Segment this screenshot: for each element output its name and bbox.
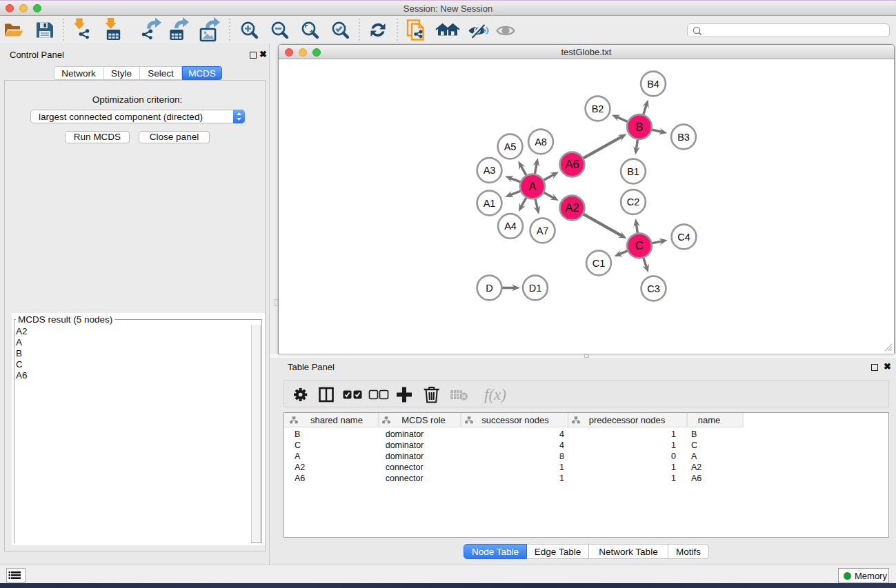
svg-text:0: 0 [671, 452, 676, 461]
svg-text:dominator: dominator [386, 440, 424, 450]
svg-text:4: 4 [559, 440, 564, 450]
svg-text:C1: C1 [593, 258, 606, 269]
svg-text:A6: A6 [565, 158, 579, 170]
svg-text:successor nodes: successor nodes [481, 415, 549, 425]
svg-text:B: B [635, 121, 643, 133]
svg-text:A2: A2 [565, 201, 579, 214]
svg-text:dominator: dominator [386, 452, 424, 461]
svg-text:dominator: dominator [386, 429, 424, 439]
svg-text:B4: B4 [647, 79, 659, 90]
svg-text:A2: A2 [295, 463, 305, 472]
svg-text:A: A [528, 180, 536, 192]
svg-text:predecessor nodes: predecessor nodes [589, 415, 666, 425]
svg-text:1: 1 [671, 440, 676, 450]
svg-text:D: D [486, 283, 492, 294]
svg-text:A4: A4 [504, 221, 517, 232]
svg-text:connector: connector [386, 463, 424, 472]
svg-text:8: 8 [559, 452, 564, 461]
svg-text:D1: D1 [529, 283, 542, 294]
svg-text:connector: connector [386, 474, 424, 483]
svg-text:C: C [635, 239, 644, 252]
svg-text:A8: A8 [535, 136, 547, 148]
svg-text:A6: A6 [295, 474, 305, 483]
svg-text:A1: A1 [484, 198, 496, 209]
svg-text:4: 4 [559, 429, 564, 439]
svg-text:C: C [691, 440, 697, 450]
svg-text:1: 1 [559, 474, 564, 483]
svg-text:A: A [691, 452, 697, 461]
svg-text:1: 1 [671, 474, 676, 483]
svg-text:C: C [295, 440, 301, 450]
svg-text:shared name: shared name [310, 415, 363, 425]
svg-text:f(x): f(x) [484, 386, 506, 403]
svg-text:B: B [691, 429, 697, 439]
svg-text:1: 1 [671, 429, 676, 439]
svg-text:A7: A7 [537, 225, 549, 236]
svg-text:B3: B3 [677, 132, 690, 143]
svg-text:B: B [295, 429, 300, 439]
svg-text:name: name [698, 415, 721, 425]
svg-text:A5: A5 [504, 141, 517, 152]
svg-text:C4: C4 [677, 232, 690, 243]
svg-text:1: 1 [559, 463, 564, 472]
svg-text:MCDS role: MCDS role [401, 415, 446, 425]
svg-text:A3: A3 [484, 165, 496, 176]
svg-text:C2: C2 [627, 196, 640, 207]
svg-text:C3: C3 [647, 283, 660, 294]
svg-text:1: 1 [671, 463, 676, 472]
svg-text:A: A [295, 452, 301, 461]
svg-text:B1: B1 [627, 166, 639, 177]
svg-text:A6: A6 [691, 474, 701, 483]
svg-text:B2: B2 [592, 103, 604, 114]
svg-text:A2: A2 [691, 463, 701, 472]
